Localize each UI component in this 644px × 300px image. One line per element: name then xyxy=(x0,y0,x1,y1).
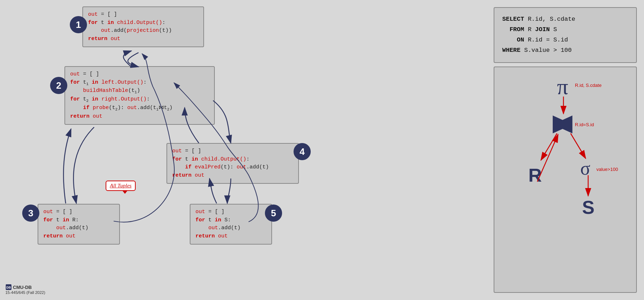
code-box-2: out = [ ] for t1 in left.Output(): build… xyxy=(64,66,215,125)
code-box-3: out = [ ] for t in R: out.add(t) return … xyxy=(38,204,120,245)
logo-area: DB CMU-DB 15-445/645 (Fall 2022) xyxy=(5,284,45,295)
cmu-db-icon: DB xyxy=(5,284,12,290)
badge-5: 5 xyxy=(265,205,282,222)
left-diagram-area: out = [ ] for t in child.Output(): out.a… xyxy=(0,0,490,300)
pi-symbol: π xyxy=(557,74,568,99)
badge-2: 2 xyxy=(50,77,67,94)
sigma-symbol: σ xyxy=(580,158,590,178)
join-annotation: R.id=S.id xyxy=(575,122,594,127)
code-box-1: out = [ ] for t in child.Output(): out.a… xyxy=(82,6,204,47)
logo-text: DB CMU-DB xyxy=(5,284,45,290)
join-symbol xyxy=(553,115,572,133)
badge-3: 3 xyxy=(22,205,39,222)
operator-tree-svg: π R.id, S.cdate R.id=S.id xyxy=(494,67,637,221)
badge-1: 1 xyxy=(70,16,87,33)
badge-4: 4 xyxy=(294,143,311,160)
right-panel: SELECT R.id, S.cdate FROM R JOIN S ON R.… xyxy=(490,0,644,300)
operator-tree-panel: π R.id, S.cdate R.id=S.id xyxy=(494,67,637,293)
arrow-join-sigma xyxy=(571,133,586,158)
sigma-annotation: value>100 xyxy=(596,167,618,172)
main-container: out = [ ] for t in child.Output(): out.a… xyxy=(0,0,644,300)
code-box-4: out = [ ] for t in child.Output(): if ev… xyxy=(166,143,299,184)
svg-text:DB: DB xyxy=(6,286,11,289)
code-box-5: out = [ ] for t in S: out.add(t) return … xyxy=(190,204,272,245)
pi-annotation: R.id, S.cdate xyxy=(575,83,601,88)
s-label: S xyxy=(582,197,595,218)
box1-line2-kw: for xyxy=(88,20,98,26)
sql-panel: SELECT R.id, S.cdate FROM R JOIN S ON R.… xyxy=(494,7,637,63)
all-tuples-callout: All Tuples xyxy=(106,181,136,191)
arrow-r-join xyxy=(537,134,558,182)
box1-line1: out xyxy=(88,11,98,18)
